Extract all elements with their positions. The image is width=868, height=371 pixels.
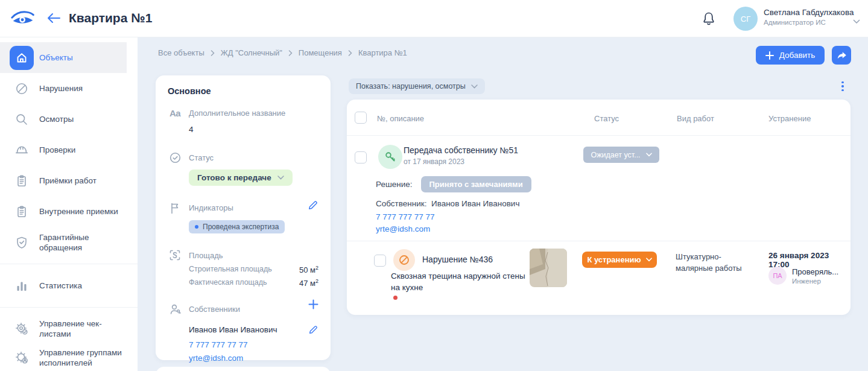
show-filter-dropdown[interactable]: Показать: нарушения, осмотры	[349, 78, 485, 94]
assignee-role: Инженер	[792, 277, 821, 285]
sidebar-item-objects[interactable]: Объекты	[0, 42, 127, 73]
items-table: №, описание Статус Вид работ Устранение …	[347, 100, 851, 315]
status-label: Статус	[189, 153, 214, 162]
add-button[interactable]: Добавить	[756, 46, 825, 65]
indicator-dot	[195, 225, 198, 229]
notifications-bell-icon[interactable]	[701, 11, 717, 28]
transfer-status-dropdown[interactable]: Ожидает уст...	[583, 147, 659, 163]
violation-photo-thumbnail[interactable]	[530, 249, 567, 287]
area-row: Фактическая площадь 47 м2	[189, 278, 318, 288]
pencil-icon	[308, 199, 318, 210]
sidebar-divider	[0, 264, 138, 264]
sidebar-item-label: Внутренние приемки	[39, 206, 118, 217]
clipboard-icon	[10, 169, 34, 193]
edit-owner-button[interactable]	[308, 324, 318, 336]
flag-icon	[168, 201, 182, 214]
sidebar-divider	[0, 307, 138, 308]
select-all-checkbox[interactable]	[355, 112, 367, 124]
sidebar-item-label: Объекты	[39, 52, 73, 63]
table-row-transfer[interactable]: Передача собственнику №51 от 17 января 2…	[347, 136, 851, 241]
user-info[interactable]: Светлана Габдулхакова Администратор ИС	[764, 8, 854, 26]
sidebar-item-statistics[interactable]: Статистика	[0, 270, 127, 301]
eye-logo-icon	[11, 10, 35, 30]
owner-email-link[interactable]: yrte@idsh.com	[189, 354, 318, 363]
extra-name-section: Aa Дополнительное название 4	[168, 108, 318, 135]
sidebar-item-internal-acceptance[interactable]: Внутренние приемки	[0, 196, 127, 227]
main-content: Все объекты ЖД "Солнечный" Помещения Ква…	[138, 37, 868, 371]
column-header: №, описание	[377, 114, 424, 123]
area-row-value: 47 м2	[299, 278, 318, 288]
sidebar-item-checklists[interactable]: Управление чек-листами	[0, 313, 127, 344]
user-avatar[interactable]: СГ	[733, 7, 758, 31]
top-bar: Квартира №1 СГ Светлана Габдулхакова Адм…	[0, 0, 868, 37]
violation-deadline: 26 января 2023 17:00	[768, 251, 851, 269]
plus-icon	[765, 51, 774, 60]
table-row-violation[interactable]: Нарушение №436 Сквозная трещина наружной…	[347, 241, 851, 315]
list-menu-kebab-icon[interactable]	[837, 80, 848, 93]
chevron-down-icon	[646, 153, 652, 157]
person-key-icon	[168, 303, 182, 316]
sidebar-item-label: Осмотры	[39, 114, 74, 124]
assignee-avatar[interactable]: ПА	[768, 267, 787, 285]
sidebar-item-executor-groups[interactable]: Управление группами исполнителей	[0, 344, 127, 371]
back-button[interactable]	[46, 11, 62, 26]
plus-icon	[308, 299, 318, 309]
add-owner-button[interactable]	[308, 299, 318, 311]
transfer-owner-line: Собственник: Иванов Иван Иванович	[376, 199, 519, 208]
magnifier-icon	[10, 107, 34, 132]
sidebar-item-label: Управление чек-листами	[39, 319, 127, 339]
clipboard-icon	[10, 200, 34, 224]
owners-section: Собственники Иванов Иван Иванович 7 777 …	[168, 303, 318, 363]
sidebar-item-work-acceptance[interactable]: Приёмки работ	[0, 165, 127, 196]
next-card-preview	[156, 367, 331, 371]
user-role: Администратор ИС	[764, 19, 854, 26]
share-button[interactable]	[832, 46, 851, 65]
column-header: Вид работ	[677, 114, 714, 123]
violation-status-dropdown[interactable]: К устранению	[582, 252, 657, 268]
violation-work-type: Штукатурно-малярные работы	[676, 251, 754, 274]
row-checkbox[interactable]	[374, 255, 386, 267]
show-filter-label: Показать: нарушения, осмотры	[356, 82, 466, 90]
no-entry-icon	[10, 77, 34, 101]
sidebar-item-violations[interactable]: Нарушения	[0, 73, 127, 104]
breadcrumb-item-current: Квартира №1	[358, 48, 407, 57]
decision-line: Решение: Принято с замечаниями	[376, 176, 531, 192]
user-menu-chevron-down-icon[interactable]	[853, 16, 860, 27]
bar-chart-icon	[10, 274, 34, 298]
sidebar-item-inspections[interactable]: Осмотры	[0, 104, 127, 135]
transfer-owner-name: Иванов Иван Иванович	[431, 199, 520, 208]
violation-no-entry-icon	[393, 249, 415, 271]
text-aa-icon: Aa	[168, 108, 182, 118]
transfer-email-link[interactable]: yrte@idsh.com	[376, 224, 430, 233]
object-info-card: Основное Aa Дополнительное название 4 Ст…	[156, 75, 331, 360]
sidebar-item-label: Статистика	[39, 281, 82, 291]
owner-phone-link[interactable]: 7 777 777 77 77	[189, 340, 318, 349]
breadcrumb: Все объекты ЖД "Солнечный" Помещения Ква…	[158, 48, 407, 57]
chevron-down-icon	[277, 176, 284, 180]
edit-indicators-button[interactable]	[308, 199, 318, 212]
owners-label: Собственники	[189, 305, 240, 314]
decision-badge: Принято с замечаниями	[421, 176, 531, 192]
sidebar-item-warranty[interactable]: Гарантийные обращения	[0, 227, 127, 258]
page-title: Квартира №1	[69, 11, 152, 25]
breadcrumb-item[interactable]: Помещения	[299, 48, 342, 57]
status-section: Статус Готово к передаче	[168, 151, 318, 186]
breadcrumb-separator-icon	[211, 50, 215, 56]
status-dropdown[interactable]: Готово к передаче	[189, 170, 293, 186]
breadcrumb-item[interactable]: ЖД "Солнечный"	[221, 48, 282, 57]
table-header: №, описание Статус Вид работ Устранение	[347, 100, 851, 136]
transfer-phone-link[interactable]: 7 777 777 77 77	[376, 212, 435, 221]
gear-user-icon	[10, 346, 34, 370]
info-card-title: Основное	[168, 86, 318, 96]
row-checkbox[interactable]	[355, 151, 367, 163]
indicators-section: Индикаторы Проведена экспертиза	[168, 201, 318, 233]
add-button-label: Добавить	[779, 51, 816, 60]
decision-label: Решение:	[376, 180, 413, 189]
key-icon	[378, 145, 402, 169]
sidebar-item-label: Гарантийные обращения	[39, 232, 127, 253]
breadcrumb-item[interactable]: Все объекты	[158, 48, 204, 57]
sidebar-item-checks[interactable]: Проверки	[0, 135, 127, 165]
shield-check-icon	[10, 230, 34, 255]
check-circle-icon	[168, 151, 182, 164]
transfer-status-label: Ожидает уст...	[591, 151, 640, 159]
